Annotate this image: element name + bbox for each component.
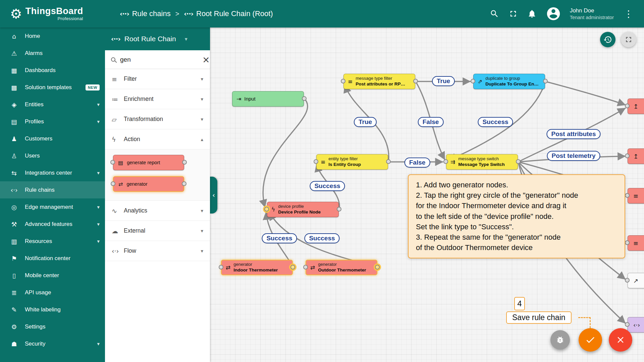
library-node[interactable]: ▤ generate report	[113, 155, 184, 170]
notifications-bell-icon[interactable]	[527, 9, 537, 19]
sidebar-item[interactable]: ‹·› Rule chains	[0, 181, 105, 198]
node-input-port[interactable]	[314, 159, 318, 164]
user-avatar[interactable]	[546, 6, 561, 21]
canvas-node[interactable]: ⇉ message type switch Message Type Switc…	[446, 154, 518, 170]
link-label[interactable]: Success	[304, 233, 339, 243]
node-input-port[interactable]	[111, 181, 115, 186]
breadcrumb-rule-chains[interactable]: ‹··› Rule chains	[120, 9, 171, 18]
node-search-input[interactable]	[120, 56, 202, 63]
clear-search-icon[interactable]: ×	[202, 55, 210, 64]
link-label[interactable]: Post attributes	[546, 129, 600, 139]
node-input-port[interactable]	[264, 207, 269, 212]
sidebar-item[interactable]: ◈ Entities ▾	[0, 96, 105, 113]
node-input-port[interactable]	[303, 265, 308, 269]
link-edge[interactable]	[545, 81, 625, 105]
node-output-port[interactable]	[337, 207, 341, 212]
node-input-port[interactable]	[471, 79, 475, 83]
node-category[interactable]: ☁ External ▾ ▴	[105, 221, 210, 241]
sidebar-item[interactable]: ≣ API usage	[0, 284, 105, 301]
sidebar-item[interactable]: ⇆ Integrations center ▾	[0, 164, 105, 181]
link-label[interactable]: True	[354, 117, 377, 127]
node-input-port[interactable]	[625, 322, 630, 327]
sidebar-item[interactable]: ▤ Profiles ▾	[0, 113, 105, 130]
sidebar-item[interactable]: ▦ Dashboards	[0, 62, 105, 79]
app-logo[interactable]: ⚙ ThingsBoard Professional	[0, 6, 105, 21]
canvas-node-partial[interactable]: ≡	[628, 188, 644, 203]
link-edge[interactable]	[263, 99, 308, 207]
canvas-node[interactable]: ⇄ generator Indoor Thermometer	[221, 260, 293, 275]
canvas-node[interactable]: ϟ device profile Device Profile Node	[267, 202, 339, 217]
node-input-port[interactable]	[625, 154, 630, 158]
more-menu-icon[interactable]: ⋮	[623, 8, 635, 19]
node-output-port[interactable]	[413, 79, 418, 83]
breadcrumb-current[interactable]: ‹··› Root Rule Chain (Root)	[184, 9, 273, 18]
link-label[interactable]: False	[418, 117, 444, 127]
link-label[interactable]: True	[432, 76, 455, 86]
version-history-button[interactable]	[600, 32, 615, 47]
canvas-node-partial[interactable]: ≡	[628, 235, 644, 251]
node-output-port[interactable]	[516, 159, 521, 164]
node-input-port[interactable]	[625, 240, 630, 245]
node-input-port[interactable]	[110, 160, 115, 165]
node-output-port[interactable]	[386, 159, 391, 164]
sidebar-item[interactable]: ◎ Edge management ▾	[0, 198, 105, 216]
sidebar-item[interactable]: ⚠ Alarms	[0, 45, 105, 62]
canvas-node[interactable]: ⇗ duplicate to group Duplicate To Group …	[473, 74, 545, 89]
sidebar-item[interactable]: ⚑ Notification center	[0, 250, 105, 267]
node-category[interactable]: ≔ Enrichment ▾ ▴	[105, 89, 210, 109]
node-input-port[interactable]	[625, 193, 630, 198]
search-icon[interactable]	[489, 9, 499, 19]
sidebar-item[interactable]: ▩ Solution templates NEW	[0, 79, 105, 96]
node-output-port[interactable]	[182, 181, 186, 186]
canvas-node[interactable]: ≡ entity type filter Is Entity Group	[316, 154, 388, 170]
canvas-node[interactable]: ⇥ Input	[232, 91, 304, 107]
node-input-port[interactable]	[625, 104, 630, 108]
rule-chain-canvas[interactable]: ⇥ Input ≡ message type filter Post attri…	[210, 27, 644, 362]
sidebar-item[interactable]: ▯ Mobile center	[0, 267, 105, 284]
node-category[interactable]: ‹·› Flow ▾ ▴	[105, 241, 210, 261]
category-label: Analytics	[124, 207, 147, 214]
debug-mode-button[interactable]	[550, 330, 570, 350]
link-label[interactable]: Post telemetry	[547, 151, 600, 161]
node-category[interactable]: ∿ Analytics ▾ ▴	[105, 201, 210, 221]
sidebar-item[interactable]: ⚒ Advanced features ▾	[0, 216, 105, 233]
library-node[interactable]: ⇄ generator	[113, 176, 184, 192]
chevron-down-icon: ▾	[97, 238, 100, 244]
sidebar-item[interactable]: ☗ Security ▾	[0, 335, 105, 352]
node-category[interactable]: ϟ Action ▾ ▴	[105, 129, 210, 149]
canvas-node-partial[interactable]: ‹·›	[628, 317, 644, 333]
fullscreen-icon[interactable]	[508, 9, 518, 19]
sidebar-item[interactable]: ♙ Users	[0, 147, 105, 164]
sidebar-item[interactable]: ▥ Resources ▾	[0, 233, 105, 250]
node-output-port[interactable]	[375, 265, 380, 269]
link-label[interactable]: Success	[478, 117, 513, 127]
node-input-port[interactable]	[341, 79, 345, 83]
chevron-down-icon[interactable]: ▾	[185, 36, 187, 42]
link-label[interactable]: Success	[310, 181, 345, 191]
node-input-port[interactable]	[443, 159, 448, 164]
node-category[interactable]: ▱ Transformation ▾ ▴	[105, 109, 210, 129]
main-sidebar: ⌂ Home ⚠ Alarms ▦ Dashboards ▩ Solution …	[0, 27, 105, 362]
canvas-node-partial[interactable]: ↗	[628, 273, 644, 288]
canvas-node-partial[interactable]: ↥	[628, 99, 644, 114]
canvas-node-partial[interactable]: ↥	[628, 148, 644, 164]
node-input-port[interactable]	[219, 265, 223, 269]
node-output-port[interactable]	[290, 265, 295, 269]
save-rule-chain-button[interactable]	[579, 328, 602, 352]
node-output-port[interactable]	[302, 96, 307, 101]
canvas-node[interactable]: ⇄ generator Outdoor Thermometer	[306, 260, 377, 275]
sidebar-item[interactable]: ⚙ Settings	[0, 318, 105, 335]
cancel-changes-button[interactable]	[609, 328, 632, 352]
canvas-fullscreen-button[interactable]	[621, 32, 636, 47]
link-label[interactable]: Success	[262, 233, 297, 243]
node-category[interactable]: ≡ Filter ▾ ▴	[105, 69, 210, 89]
canvas-node[interactable]: ≡ message type filter Post attributes or…	[343, 74, 415, 89]
collapse-panel-toggle[interactable]: ‹	[210, 177, 217, 214]
sidebar-item[interactable]: ✎ White labeling	[0, 301, 105, 318]
link-label[interactable]: False	[405, 158, 430, 168]
node-output-port[interactable]	[543, 79, 548, 83]
node-input-port[interactable]	[625, 278, 630, 283]
sidebar-item[interactable]: ♟ Customers	[0, 130, 105, 147]
sidebar-item[interactable]: ⌂ Home	[0, 27, 105, 45]
node-output-port[interactable]	[182, 160, 187, 165]
